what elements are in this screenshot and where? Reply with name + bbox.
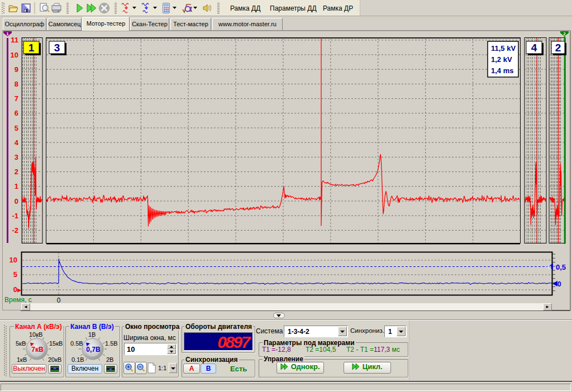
- svg-text:0,7В: 0,7В: [86, 346, 101, 353]
- svg-text:8: 8: [15, 80, 18, 88]
- svg-text:B: B: [548, 265, 551, 270]
- svg-text:11,5 kV: 11,5 kV: [491, 44, 516, 52]
- svg-text:3: 3: [54, 42, 60, 54]
- svg-text:3: 3: [15, 153, 18, 161]
- svg-text:7кВ: 7кВ: [31, 346, 44, 353]
- svg-text:2: 2: [563, 31, 566, 36]
- svg-text:0,5: 0,5: [556, 263, 566, 271]
- svg-text:5: 5: [15, 124, 18, 132]
- svg-text:1,2 kV: 1,2 kV: [491, 55, 512, 64]
- svg-text:10: 10: [11, 51, 18, 59]
- svg-text:-1: -1: [12, 212, 18, 220]
- svg-text:11: 11: [11, 36, 18, 44]
- svg-text:0: 0: [15, 197, 18, 205]
- svg-text:4: 4: [531, 42, 537, 54]
- svg-text:9: 9: [15, 65, 18, 74]
- svg-text:6: 6: [15, 109, 18, 117]
- svg-text:1: 1: [6, 31, 9, 36]
- svg-text:5: 5: [13, 270, 17, 279]
- svg-text:4: 4: [15, 138, 19, 147]
- svg-text:2: 2: [15, 168, 18, 176]
- svg-text:0: 0: [13, 285, 17, 294]
- svg-text:7: 7: [15, 94, 18, 103]
- svg-text:1,4 ms: 1,4 ms: [491, 66, 513, 75]
- svg-text:Время, с: Время, с: [4, 296, 32, 304]
- svg-text:-2: -2: [12, 226, 18, 235]
- svg-text:0: 0: [557, 280, 561, 288]
- svg-text:10: 10: [9, 256, 17, 264]
- svg-text:2: 2: [555, 42, 561, 54]
- svg-text:1: 1: [28, 42, 35, 54]
- svg-text:1: 1: [15, 182, 18, 190]
